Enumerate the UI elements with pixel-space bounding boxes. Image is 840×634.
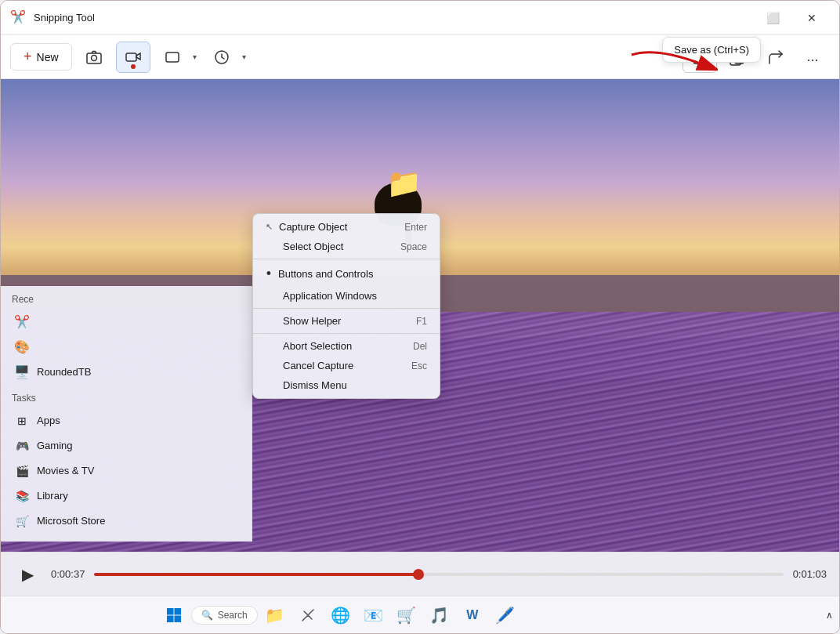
shape-tool-group: ▾ [155, 42, 200, 73]
taskbar-edge[interactable]: 🌐 [325, 600, 357, 631]
ctx-select-object-label: Select Object [283, 241, 394, 252]
more-button[interactable]: ... [795, 42, 830, 73]
ctx-abort-selection-label: Abort Selection [283, 340, 407, 352]
search-icon: 🔍 [201, 610, 213, 621]
library-icon: 📚 [13, 487, 31, 505]
main-content: 📁 ↖ Capture Object Enter Select Object S… [1, 79, 839, 596]
taskbar-tray: ∧ [826, 610, 833, 621]
taskbar-store[interactable]: 🛒 [391, 600, 422, 631]
video-controls: ▶ 0:00:37 0:01:03 [1, 552, 839, 596]
task-apps[interactable]: ⊞ Apps [12, 408, 241, 433]
ctx-capture-object-label: Capture Object [279, 221, 398, 233]
color-palette-icon: 🎨 [13, 339, 31, 356]
panel-item-1[interactable]: ✂️ [12, 310, 241, 335]
svg-point-1 [91, 55, 96, 60]
taskbar-spotify[interactable]: 🎵 [424, 600, 455, 631]
taskbar-explorer[interactable]: 📁 [259, 600, 291, 631]
ctx-dismiss-menu-label: Dismiss Menu [283, 379, 427, 391]
windows-logo-icon [166, 607, 182, 623]
camera-icon [85, 49, 103, 66]
ctx-item-select-object[interactable]: Select Object Space [253, 237, 440, 256]
shape-button[interactable] [155, 42, 190, 73]
ctx-show-helper-label: Show Helper [283, 315, 410, 327]
shape-dropdown-arrow[interactable]: ▾ [190, 53, 200, 61]
ctx-separator-3 [253, 333, 440, 334]
screenshot-button[interactable] [77, 42, 111, 73]
app-title: Snipping Tool [34, 12, 95, 24]
gaming-label: Gaming [37, 440, 73, 451]
video-icon [125, 49, 142, 66]
panel-item-roundedtb[interactable]: 🖥️ RoundedTB [12, 360, 241, 385]
search-label: Search [218, 610, 248, 621]
taskbar-right: ∧ [826, 610, 833, 621]
video-area: 📁 ↖ Capture Object Enter Select Object S… [1, 79, 839, 596]
progress-bar[interactable] [94, 573, 783, 576]
ctx-item-show-helper[interactable]: Show Helper F1 [253, 311, 440, 331]
timer-dropdown-arrow[interactable]: ▾ [239, 53, 249, 61]
play-button[interactable]: ▶ [13, 560, 42, 589]
toolbar: + New [1, 35, 839, 79]
ctx-item-buttons-controls[interactable]: • Buttons and Controls [253, 262, 440, 286]
timer-button[interactable] [205, 42, 239, 73]
roundedtb-icon: 🖥️ [13, 364, 31, 381]
start-panel: Rece ✂️ 🎨 🖥️ RoundedTB Tasks ⊞ Apps 🎮 [1, 286, 252, 542]
plus-icon: + [24, 49, 32, 65]
title-bar-controls: ⬜ ✕ [755, 5, 830, 31]
screenshot-tool-group [77, 42, 111, 73]
new-button[interactable]: + New [10, 43, 72, 71]
taskbar-snipping[interactable] [292, 600, 324, 631]
taskbar-mail[interactable]: 📧 [358, 600, 389, 631]
task-store[interactable]: 🛒 Microsoft Store [12, 509, 241, 534]
record-dot [131, 64, 136, 69]
taskbar-usb[interactable]: 🖊️ [490, 600, 521, 631]
close-button[interactable]: ✕ [794, 5, 830, 31]
record-button[interactable] [116, 42, 150, 73]
ctx-item-abort-selection[interactable]: Abort Selection Del [253, 336, 440, 356]
ctx-item-app-windows[interactable]: Application Windows [253, 286, 440, 306]
roundedtb-label: RoundedTB [37, 366, 91, 378]
app-icon: ✂️ [10, 9, 27, 27]
clock-icon [213, 49, 230, 66]
folder-icon: 📁 [386, 167, 422, 200]
ctx-abort-selection-key: Del [413, 341, 427, 352]
gaming-icon: 🎮 [13, 437, 31, 455]
svg-rect-2 [126, 53, 136, 61]
taskbar: 🔍 Search 📁 🌐 📧 🛒 🎵 W 🖊️ ∧ [1, 596, 839, 633]
ctx-item-capture-object[interactable]: ↖ Capture Object Enter [253, 217, 440, 237]
recent-label: Rece [12, 294, 241, 305]
task-gaming[interactable]: 🎮 Gaming [12, 433, 241, 458]
cursor-icon: ↖ [266, 222, 273, 232]
taskbar-word[interactable]: W [457, 600, 488, 631]
timer-tool-group: ▾ [205, 42, 249, 73]
ctx-capture-object-key: Enter [404, 222, 427, 233]
panel-item-2[interactable]: 🎨 [12, 335, 241, 360]
task-movies[interactable]: 🎬 Movies & TV [12, 458, 241, 484]
record-tool-group [116, 42, 150, 73]
share-button[interactable] [758, 42, 792, 73]
snipping-tool-window: ✂️ Snipping Tool ⬜ ✕ + New [0, 0, 840, 634]
tasks-section-label: Tasks [12, 393, 241, 404]
ctx-separator-2 [253, 308, 440, 309]
svg-rect-3 [166, 53, 179, 62]
progress-fill [94, 573, 418, 576]
duration-label: 0:01:03 [793, 568, 827, 580]
maximize-button[interactable]: ⬜ [755, 5, 791, 31]
snipping-taskbar-icon [301, 608, 315, 622]
svg-rect-11 [167, 608, 174, 615]
taskbar-windows-button[interactable] [158, 600, 190, 631]
ctx-select-object-key: Space [400, 241, 427, 252]
ctx-item-cancel-capture[interactable]: Cancel Capture Esc [253, 356, 440, 375]
taskbar-icons: 🔍 Search 📁 🌐 📧 🛒 🎵 W 🖊️ [158, 600, 521, 631]
title-bar: ✂️ Snipping Tool ⬜ ✕ [1, 1, 839, 35]
shape-icon [164, 49, 181, 66]
bullet-icon: • [266, 266, 272, 282]
store-icon: 🛒 [13, 513, 31, 530]
toolbar-right: Save as (Ctrl+S) [682, 42, 830, 73]
ctx-item-dismiss-menu[interactable]: Dismiss Menu [253, 375, 440, 395]
taskbar-search[interactable]: 🔍 Search [191, 606, 258, 625]
new-label: New [37, 51, 59, 63]
svg-rect-14 [174, 615, 181, 622]
ctx-cancel-capture-key: Esc [411, 360, 427, 371]
svg-rect-13 [167, 615, 174, 622]
task-library[interactable]: 📚 Library [12, 484, 241, 509]
